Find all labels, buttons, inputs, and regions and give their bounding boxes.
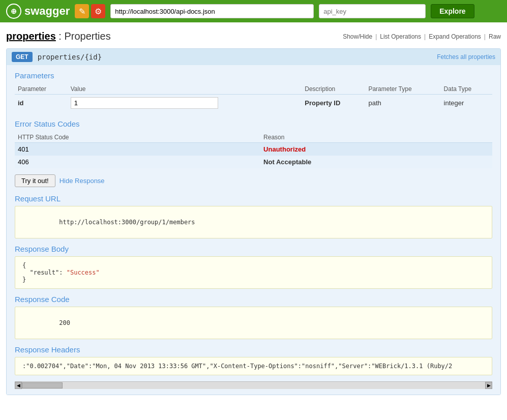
edit-icon[interactable]: ✎ [75,4,89,18]
api-key-input[interactable] [319,4,426,18]
api-url-input[interactable] [110,4,314,18]
response-code-value: 200 [59,319,70,326]
param-id-input[interactable] [71,97,218,109]
logo-area: ⊕ swagger [6,4,70,19]
buttons-row: Try it out! Hide Response [15,174,492,187]
try-button[interactable]: Try it out! [15,174,55,187]
operation-block: GET properties/{id} Fetches all properti… [6,48,501,395]
response-body-title: Response Body [15,245,492,253]
scroll-track[interactable] [22,382,485,389]
list-operations-link[interactable]: List Operations [380,33,421,40]
parameters-title: Parameters [15,71,492,80]
response-body-block: { "result": "Success" } [15,256,492,289]
col-parameter-type: Parameter Type [365,84,440,95]
operation-header[interactable]: GET properties/{id} Fetches all properti… [7,49,500,65]
error-code-406: 406 [15,156,260,168]
method-badge: GET [12,52,33,62]
scroll-right-arrow[interactable]: ▶ [485,382,492,389]
response-code-title: Response Code [15,295,492,304]
error-title: Error Status Codes [15,119,492,128]
param-id-name: id [18,99,24,107]
rb-line1: { "result": "Success" } [22,262,100,283]
error-col-status: HTTP Status Code [15,132,260,143]
main-content: properties : Properties Show/Hide | List… [0,22,507,420]
response-code-block: 200 [15,307,492,339]
api-title-links: Show/Hide | List Operations | Expand Ope… [343,33,501,40]
request-url-title: Request URL [15,194,492,203]
response-headers-title: Response Headers [15,345,492,354]
gear-icon[interactable]: ⚙ [91,4,105,18]
expand-operations-link[interactable]: Expand Operations [429,33,481,40]
operation-path: properties/{id} [38,53,102,61]
request-url-block: http://localhost:3000/group/1/members [15,206,492,238]
raw-link[interactable]: Raw [489,33,501,40]
api-title: properties : Properties [6,31,111,42]
error-table: HTTP Status Code Reason 401 Unauthorized… [15,132,492,168]
param-row: id Property ID path integer [15,95,492,112]
scroll-left-arrow[interactable]: ◀ [15,382,22,389]
col-data-type: Data Type [441,84,492,95]
horizontal-scrollbar[interactable]: ◀ ▶ [15,381,492,388]
param-id-type: path [368,99,381,107]
error-code-401: 401 [15,143,260,156]
show-hide-link[interactable]: Show/Hide [343,33,372,40]
swagger-circle-icon: ⊕ [6,4,21,19]
col-parameter: Parameter [15,84,68,95]
response-headers-value: :"0.002704","Date":"Mon, 04 Nov 2013 13:… [22,363,452,370]
explore-button[interactable]: Explore [431,4,474,18]
api-title-rest: : Properties [56,31,111,42]
param-id-desc: Property ID [305,99,340,107]
scroll-thumb[interactable] [22,382,63,388]
operation-summary[interactable]: Fetches all properties [437,53,495,61]
error-col-reason: Reason [260,132,492,143]
app-header: ⊕ swagger ✎ ⚙ Explore [0,0,507,22]
error-reason-401: Unauthorized [263,145,306,153]
param-id-datatype: integer [444,99,464,107]
operation-body: Parameters Parameter Value Description P… [7,65,500,395]
response-headers-block: :"0.002704","Date":"Mon, 04 Nov 2013 13:… [15,357,492,375]
hide-response-link[interactable]: Hide Response [59,177,105,185]
header-icons: ✎ ⚙ [75,4,105,18]
col-description: Description [302,84,365,95]
col-value: Value [68,84,302,95]
error-reason-406: Not Acceptable [263,158,311,166]
swagger-title: swagger [24,5,70,18]
response-code-section: Response Code 200 [15,295,492,339]
response-headers-section: Response Headers :"0.002704","Date":"Mon… [15,345,492,375]
api-title-bold: properties [6,31,56,42]
error-row-406: 406 Not Acceptable [15,156,492,168]
parameters-table: Parameter Value Description Parameter Ty… [15,84,492,111]
request-url-value: http://localhost:3000/group/1/members [59,219,195,226]
response-body-section: Response Body { "result": "Success" } [15,245,492,289]
api-title-row: properties : Properties Show/Hide | List… [6,31,501,42]
request-url-section: Request URL http://localhost:3000/group/… [15,194,492,238]
error-row-401: 401 Unauthorized [15,143,492,156]
